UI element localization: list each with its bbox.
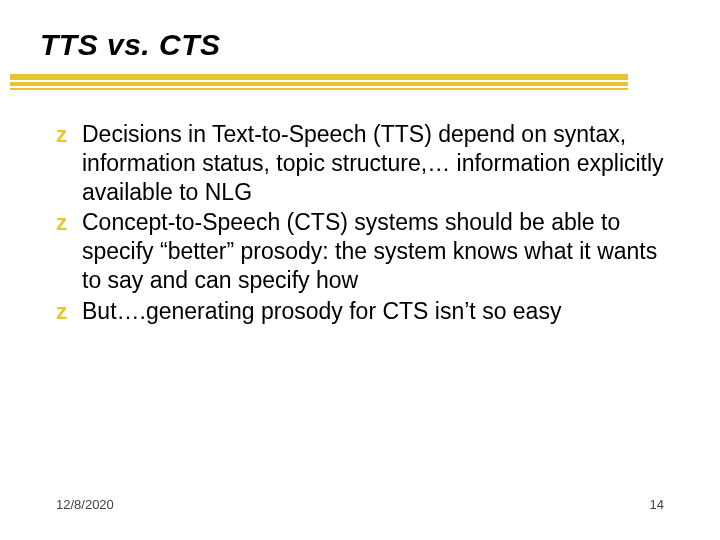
bullet-icon: z: [56, 298, 67, 326]
bullet-text: Concept-to-Speech (CTS) systems should b…: [82, 209, 657, 293]
bullet-item: z But….generating prosody for CTS isn’t …: [56, 297, 680, 326]
bullet-text: But….generating prosody for CTS isn’t so…: [82, 298, 561, 324]
bullet-item: z Concept-to-Speech (CTS) systems should…: [56, 208, 680, 294]
bullet-item: z Decisions in Text-to-Speech (TTS) depe…: [56, 120, 680, 206]
bullet-icon: z: [56, 121, 67, 149]
slide: TTS vs. CTS z Decisions in Text-to-Speec…: [0, 0, 720, 540]
footer-date: 12/8/2020: [56, 497, 114, 512]
title-underline: [10, 74, 628, 90]
footer-page-number: 14: [650, 497, 664, 512]
bullet-text: Decisions in Text-to-Speech (TTS) depend…: [82, 121, 664, 205]
slide-title: TTS vs. CTS: [40, 28, 221, 62]
bullet-icon: z: [56, 209, 67, 237]
slide-body: z Decisions in Text-to-Speech (TTS) depe…: [56, 120, 680, 327]
